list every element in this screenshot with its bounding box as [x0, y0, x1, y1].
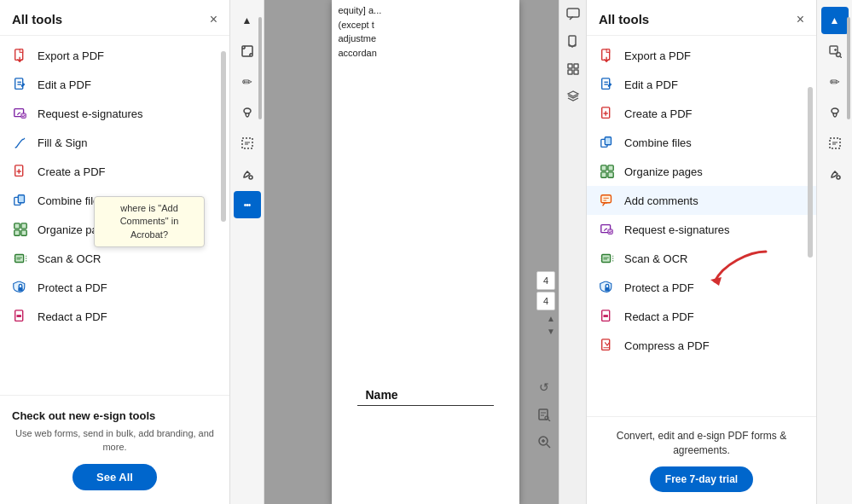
- right-tool-item-combine-files[interactable]: Combine files: [587, 128, 816, 157]
- right-tool-item-export-pdf[interactable]: Export a PDF: [587, 41, 816, 70]
- left-tool-label-create-pdf: Create a PDF: [38, 165, 105, 178]
- document-search-icon[interactable]: [533, 403, 555, 426]
- svg-line-75: [840, 56, 842, 58]
- zoom-in-icon[interactable]: [533, 431, 555, 453]
- svg-rect-68: [605, 287, 609, 292]
- left-tool-item-redact-pdf[interactable]: Redact a PDF: [0, 302, 229, 331]
- select-tool-button[interactable]: ▲: [234, 7, 261, 34]
- right-tool-item-compress-pdf[interactable]: Compress a PDF: [587, 331, 816, 360]
- bottom-doc-tools: ↺: [533, 376, 555, 453]
- svg-marker-44: [710, 277, 722, 286]
- right-sidebar-scroll: [847, 17, 850, 119]
- left-tool-label-edit-pdf: Edit a PDF: [38, 78, 91, 91]
- right-organize-pages-icon: [599, 163, 616, 180]
- draw-tool-button[interactable]: ✏: [234, 68, 261, 96]
- right-stamp-tool-button[interactable]: [821, 99, 849, 126]
- left-tool-item-scan-ocr[interactable]: Scan & OCR: [0, 244, 229, 273]
- right-tool-label-edit-pdf: Edit a PDF: [624, 78, 678, 91]
- request-esig-icon: [12, 105, 29, 122]
- left-tool-item-export-pdf[interactable]: Export a PDF: [0, 41, 229, 70]
- right-tool-item-request-esig[interactable]: Request e-signatures: [587, 215, 816, 244]
- svg-rect-70: [604, 315, 608, 317]
- left-panel: All tools × Export a PDF Edit a PDF: [0, 0, 230, 504]
- svg-rect-33: [568, 70, 572, 74]
- right-panel-header: All tools ×: [587, 0, 816, 36]
- right-tool-item-scan-ocr[interactable]: Scan & OCR: [587, 244, 816, 273]
- left-tool-list: Export a PDF Edit a PDF Request e-signat…: [0, 36, 229, 336]
- svg-rect-64: [608, 229, 612, 234]
- more-tools-button[interactable]: •••: [234, 191, 261, 218]
- right-zoom-region-button[interactable]: [821, 38, 849, 65]
- left-tool-item-request-esig[interactable]: Request e-signatures: [0, 99, 229, 128]
- right-create-pdf-icon: [599, 105, 616, 122]
- right-paint-tool-button[interactable]: [821, 160, 849, 188]
- right-request-esig-icon: [599, 221, 616, 238]
- right-scan-ocr-icon: [599, 250, 616, 267]
- right-doc-toolbar: [559, 0, 586, 504]
- right-tool-item-protect-pdf[interactable]: Protect a PDF: [587, 273, 816, 302]
- refresh-icon[interactable]: ↺: [533, 376, 555, 398]
- right-export-pdf-icon: [599, 47, 616, 64]
- right-tool-label-redact-pdf: Redact a PDF: [624, 310, 694, 323]
- right-scroll-indicator: [808, 87, 813, 258]
- left-panel-title: All tools: [12, 12, 62, 26]
- left-panel-close-button[interactable]: ×: [210, 13, 217, 26]
- left-scroll-indicator: [221, 51, 226, 222]
- left-tool-item-create-pdf[interactable]: Create a PDF: [0, 157, 229, 186]
- grid-icon[interactable]: [562, 58, 584, 80]
- right-cursor-tool-button[interactable]: ▲: [821, 7, 849, 34]
- right-tool-item-redact-pdf[interactable]: Redact a PDF: [587, 302, 816, 331]
- see-all-button[interactable]: See All: [72, 464, 157, 490]
- right-tool-item-organize-pages[interactable]: Organize pages: [587, 157, 816, 186]
- page-nav-arrows: ▲ ▼: [547, 314, 555, 336]
- right-tool-label-create-pdf: Create a PDF: [624, 107, 692, 120]
- left-tool-label-redact-pdf: Redact a PDF: [38, 310, 107, 323]
- right-panel-close-button[interactable]: ×: [797, 13, 804, 26]
- svg-line-41: [547, 444, 550, 448]
- page-number-display: 4 4: [536, 271, 555, 310]
- right-panel-scroll: Export a PDF Edit a PDF Create a PDF Com…: [587, 36, 816, 416]
- nav-up-arrow[interactable]: ▲: [547, 314, 555, 323]
- right-sidebar: ▲ ✏: [816, 0, 852, 504]
- right-tool-item-add-comments[interactable]: Add comments: [587, 186, 816, 215]
- create-pdf-icon: [12, 163, 29, 180]
- svg-rect-55: [605, 137, 611, 145]
- svg-rect-12: [18, 195, 24, 203]
- organize-pages-icon: [12, 221, 29, 238]
- right-tool-item-edit-pdf[interactable]: Edit a PDF: [587, 70, 816, 99]
- right-text-tool-button[interactable]: [821, 130, 849, 157]
- right-draw-tool-button[interactable]: ✏: [821, 68, 849, 96]
- free-trial-button[interactable]: Free 7-day trial: [650, 466, 753, 492]
- text-select-tool-button[interactable]: [234, 130, 261, 157]
- right-redact-pdf-icon: [599, 308, 616, 325]
- svg-rect-22: [17, 315, 21, 317]
- doc-signature-line: [357, 405, 494, 406]
- left-tool-item-protect-pdf[interactable]: Protect a PDF: [0, 273, 229, 302]
- svg-rect-17: [15, 255, 24, 263]
- comment-icon[interactable]: [562, 3, 584, 26]
- layers-icon[interactable]: [562, 85, 584, 107]
- left-tool-label-protect-pdf: Protect a PDF: [38, 281, 107, 294]
- doc-text-snippet: equity] a...(except tadjustmeaccordan: [332, 0, 519, 63]
- svg-point-24: [244, 108, 251, 113]
- svg-rect-35: [539, 409, 548, 420]
- left-panel-scroll: Export a PDF Edit a PDF Request e-signat…: [0, 36, 229, 395]
- svg-point-78: [832, 108, 838, 113]
- svg-rect-59: [608, 172, 613, 177]
- left-tool-item-fill-sign[interactable]: Fill & Sign: [0, 128, 229, 157]
- stamp-tool-button[interactable]: [234, 99, 261, 126]
- nav-down-arrow[interactable]: ▼: [547, 327, 555, 336]
- bookmark-icon[interactable]: [562, 31, 584, 53]
- left-tool-item-edit-pdf[interactable]: Edit a PDF: [0, 70, 229, 99]
- right-tool-item-create-pdf[interactable]: Create a PDF: [587, 99, 816, 128]
- left-promo-box: Check out new e-sign tools Use web forms…: [0, 395, 229, 504]
- paint-tool-button[interactable]: [234, 160, 261, 188]
- svg-rect-60: [601, 195, 611, 203]
- left-panel-header: All tools ×: [0, 0, 229, 36]
- svg-rect-32: [574, 64, 578, 68]
- right-compress-pdf-icon: [599, 337, 616, 354]
- svg-point-28: [249, 176, 252, 179]
- right-add-comments-icon: [599, 192, 616, 209]
- crop-tool-button[interactable]: [234, 38, 261, 65]
- left-promo-title: Check out new e-sign tools: [12, 409, 217, 422]
